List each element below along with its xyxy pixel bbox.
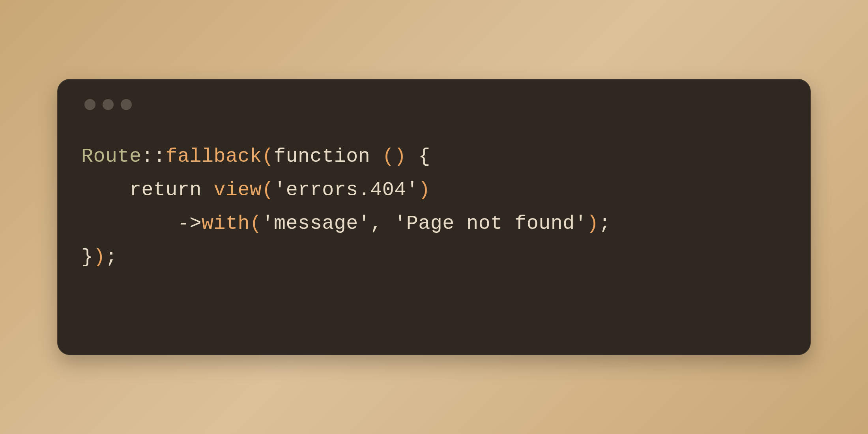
code-line: return view('errors.404') — [81, 173, 787, 207]
window-control-minimize[interactable] — [103, 99, 114, 110]
code-token: ) — [587, 212, 599, 235]
window-control-close[interactable] — [84, 99, 95, 110]
code-content: Route::fallback(function () { return vie… — [81, 140, 787, 274]
code-token: , — [370, 212, 394, 235]
code-token: ; — [599, 212, 611, 235]
code-token: 'Page not found' — [394, 212, 587, 235]
code-token: ) — [94, 246, 106, 268]
code-indent — [81, 212, 178, 235]
code-token: view — [214, 179, 262, 201]
code-token: fallback — [166, 145, 262, 168]
code-token: } — [81, 246, 94, 268]
code-token: ( — [262, 145, 274, 168]
code-token: ( — [262, 179, 274, 201]
code-token: -> — [178, 212, 202, 235]
code-token: return — [129, 179, 214, 201]
code-token: ) — [418, 179, 430, 201]
code-token: with — [202, 212, 250, 235]
code-line: Route::fallback(function () { — [81, 140, 787, 173]
code-indent — [81, 179, 129, 201]
code-token: function — [274, 145, 382, 168]
code-token: :: — [142, 145, 166, 168]
code-token: ; — [105, 246, 118, 268]
window-control-maximize[interactable] — [121, 99, 132, 110]
code-token: 'errors.404' — [274, 179, 418, 201]
code-token: { — [418, 145, 430, 168]
code-token: 'message' — [262, 212, 370, 235]
window-controls — [84, 99, 787, 110]
code-token: ( — [250, 212, 262, 235]
code-line: ->with('message', 'Page not found'); — [81, 207, 787, 240]
code-window: Route::fallback(function () { return vie… — [57, 79, 811, 355]
code-token: Route — [81, 145, 142, 168]
code-token: () — [382, 145, 406, 168]
code-token — [406, 145, 419, 168]
code-line: }); — [81, 240, 787, 274]
